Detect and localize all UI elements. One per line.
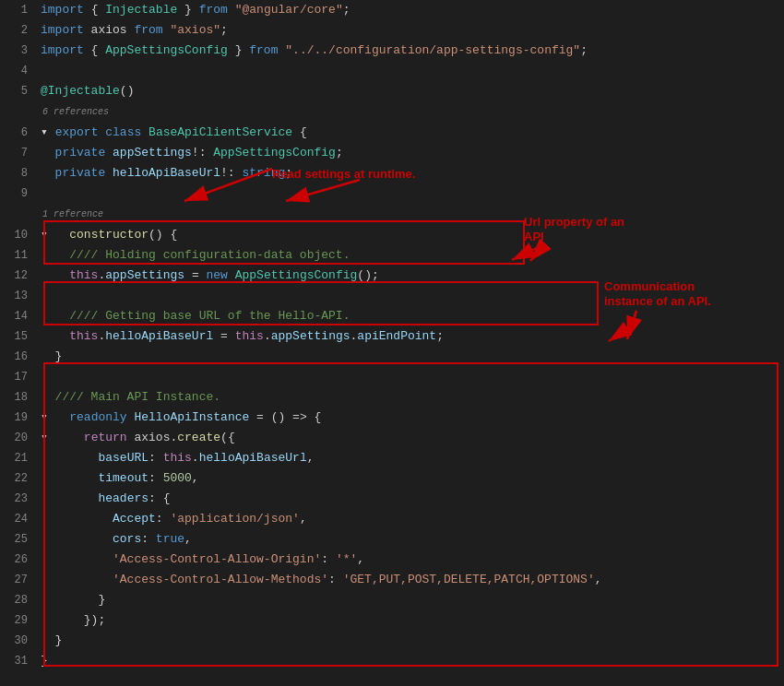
table-row: 26 'Access-Control-Allow-Origin': '*', xyxy=(0,550,784,570)
line-content: }); xyxy=(37,610,784,631)
line-number: 5 xyxy=(0,81,37,101)
line-content: headers: { xyxy=(37,489,784,509)
line-content: Accept: 'application/json', xyxy=(37,509,784,529)
line-content: private appSettings!: AppSettingsConfig; xyxy=(37,143,784,163)
line-number: 21 xyxy=(0,448,37,468)
code-lines: 1import { Injectable } from "@angular/co… xyxy=(0,0,784,671)
table-row: 17 xyxy=(0,367,784,387)
table-row: 27 'Access-Control-Allow-Methods': 'GET,… xyxy=(0,570,784,590)
line-content: baseURL: this.helloApiBaseUrl, xyxy=(37,448,784,468)
table-row: 25 cors: true, xyxy=(0,529,784,550)
table-row: 3import { AppSettingsConfig } from "../.… xyxy=(0,41,784,61)
table-row: 7 private appSettings!: AppSettingsConfi… xyxy=(0,143,784,163)
line-number: 30 xyxy=(0,631,37,651)
table-row: 16 } xyxy=(0,347,784,367)
table-row: 1import { Injectable } from "@angular/co… xyxy=(0,0,784,20)
line-content: 'Access-Control-Allow-Methods': 'GET,PUT… xyxy=(37,570,784,590)
line-number: 19 xyxy=(0,408,37,428)
line-content: import { Injectable } from "@angular/cor… xyxy=(37,0,784,20)
table-row: 30 } xyxy=(0,631,784,651)
table-row: 22 timeout: 5000, xyxy=(0,468,784,489)
line-number: 2 xyxy=(0,20,37,41)
line-content: 'Access-Control-Allow-Origin': '*', xyxy=(37,550,784,570)
line-content: //// Holding configuration-data object. xyxy=(37,245,784,266)
line-number: 4 xyxy=(0,61,37,81)
line-number: 24 xyxy=(0,509,37,529)
line-number: 3 xyxy=(0,41,37,61)
table-row: 2import axios from "axios"; xyxy=(0,20,784,41)
line-content: 1 reference xyxy=(37,204,784,225)
line-number: 11 xyxy=(0,245,37,266)
table-row: 19▾ readonly HelloApiInstance = () => { xyxy=(0,408,784,428)
line-content: ▾ export class BaseApiClientService { xyxy=(37,123,784,143)
table-row: 29 }); xyxy=(0,610,784,631)
line-number: 28 xyxy=(0,590,37,610)
table-row: 20▾ return axios.create({ xyxy=(0,428,784,448)
table-row: 18 //// Main API Instance. xyxy=(0,387,784,408)
table-row: 12 this.appSettings = new AppSettingsCon… xyxy=(0,266,784,286)
line-content: //// Main API Instance. xyxy=(37,387,784,408)
table-row: 28 } xyxy=(0,590,784,610)
line-content: //// Getting base URL of the Hello-API. xyxy=(37,306,784,326)
table-row: 24 Accept: 'application/json', xyxy=(0,509,784,529)
table-row: 5@Injectable() xyxy=(0,81,784,101)
line-number: 9 xyxy=(0,183,37,204)
line-content: this.appSettings = new AppSettingsConfig… xyxy=(37,266,784,286)
line-content: this.helloApiBaseUrl = this.appSettings.… xyxy=(37,326,784,347)
table-row: 13 xyxy=(0,286,784,306)
line-content: import axios from "axios"; xyxy=(37,20,784,41)
table-row: 23 headers: { xyxy=(0,489,784,509)
line-number: 26 xyxy=(0,550,37,570)
line-content: } xyxy=(37,347,784,367)
line-content: } xyxy=(37,590,784,610)
line-number: 15 xyxy=(0,326,37,347)
code-editor: 1import { Injectable } from "@angular/co… xyxy=(0,0,784,686)
table-row: 6 references xyxy=(0,101,784,123)
line-number: 22 xyxy=(0,468,37,489)
table-row: 9 xyxy=(0,183,784,204)
table-row: 8 private helloApiBaseUrl!: string; xyxy=(0,163,784,183)
line-number: 1 xyxy=(0,0,37,20)
table-row: 15 this.helloApiBaseUrl = this.appSettin… xyxy=(0,326,784,347)
line-number: 16 xyxy=(0,347,37,367)
line-number: 27 xyxy=(0,570,37,590)
line-number: 18 xyxy=(0,387,37,408)
line-number: 29 xyxy=(0,610,37,631)
line-number: 14 xyxy=(0,306,37,326)
table-row: 6▾ export class BaseApiClientService { xyxy=(0,123,784,143)
table-row: 31} xyxy=(0,651,784,671)
line-number: 25 xyxy=(0,529,37,550)
line-content: import { AppSettingsConfig } from "../..… xyxy=(37,41,784,61)
line-number: 6 xyxy=(0,123,37,143)
line-number: 20 xyxy=(0,428,37,448)
line-content: } xyxy=(37,631,784,651)
table-row: 1 reference xyxy=(0,204,784,225)
table-row: 14 //// Getting base URL of the Hello-AP… xyxy=(0,306,784,326)
line-content: } xyxy=(37,651,784,671)
line-number: 8 xyxy=(0,163,37,183)
line-content: ▾ constructor() { xyxy=(37,225,784,245)
line-content: 6 references xyxy=(37,101,784,123)
table-row: 11 //// Holding configuration-data objec… xyxy=(0,245,784,266)
line-content: ▾ readonly HelloApiInstance = () => { xyxy=(37,408,784,428)
line-content: ▾ return axios.create({ xyxy=(37,428,784,448)
line-number: 17 xyxy=(0,367,37,387)
line-number: 10 xyxy=(0,225,37,245)
line-number: 7 xyxy=(0,143,37,163)
line-content: private helloApiBaseUrl!: string; xyxy=(37,163,784,183)
line-content: @Injectable() xyxy=(37,81,784,101)
table-row: 10▾ constructor() { xyxy=(0,225,784,245)
line-number: 31 xyxy=(0,651,37,671)
table-row: 21 baseURL: this.helloApiBaseUrl, xyxy=(0,448,784,468)
table-row: 4 xyxy=(0,61,784,81)
line-number: 12 xyxy=(0,266,37,286)
line-number: 13 xyxy=(0,286,37,306)
line-number: 23 xyxy=(0,489,37,509)
line-content: timeout: 5000, xyxy=(37,468,784,489)
line-content: cors: true, xyxy=(37,529,784,550)
